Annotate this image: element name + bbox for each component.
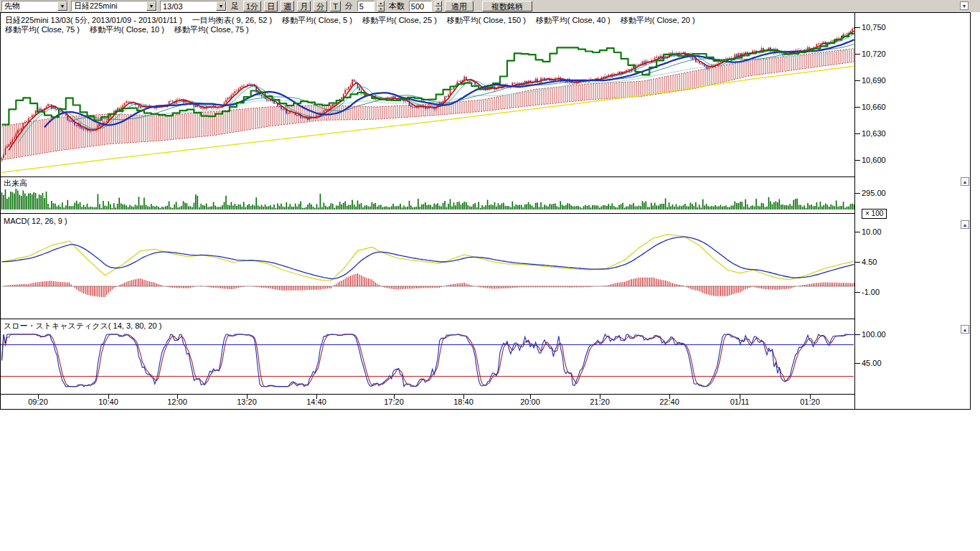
pane-scroll-up-button[interactable]: ▲ <box>961 220 969 229</box>
time-axis-label: 21:20 <box>590 397 610 406</box>
spin-up-icon[interactable]: ▴ <box>435 1 442 6</box>
indicator-label-ma20: 移動平均( Close, 20 ) <box>621 15 695 26</box>
indicator-label-ma25: 移動平均( Close, 25 ) <box>362 15 437 26</box>
ichimoku-cloud <box>2 49 854 160</box>
time-axis-label: 12:00 <box>167 397 187 406</box>
stoch-panel-title: スロー・ストキャスティクス( 14, 3, 80, 20 ) <box>4 321 161 331</box>
time-axis-label: 17:20 <box>384 397 404 406</box>
macd-panel[interactable] <box>1 235 854 298</box>
indicator-label-ma10: 移動平均( Close, 10 ) <box>90 24 164 35</box>
ashi-label: 足 <box>231 1 239 11</box>
toolbar: 先物 ▼ 日経225mini ▼ 13/03 ▼ 足 1分 日 週 月 分 T … <box>0 0 980 12</box>
dropdown-arrow-icon[interactable]: ▼ <box>57 1 67 11</box>
time-axis-label: 18:40 <box>453 397 473 406</box>
chart-canvas[interactable] <box>1 13 862 409</box>
time-axis-label: 01/11 <box>730 397 750 406</box>
price-panel[interactable] <box>1 27 855 172</box>
minute-unit-label: 分 <box>345 1 353 11</box>
price-axis-label: 10,750 <box>862 23 886 32</box>
indicator-label-ma75b: 移動平均( Close, 75 ) <box>174 24 249 35</box>
scroll-down-button[interactable]: ▼ <box>960 1 969 10</box>
indicator-label-ma5: 移動平均( Close, 5 ) <box>282 15 352 26</box>
price-axis-label: 10,600 <box>862 156 886 164</box>
pane-scroll-up-button[interactable]: ▲ <box>961 177 969 186</box>
spin-down-icon[interactable]: ▾ <box>377 6 385 12</box>
stoch-axis-label: 100.00 <box>862 330 886 339</box>
indicator-label-ma75: 移動平均( Close, 75 ) <box>5 24 80 35</box>
stochastics-panel[interactable] <box>1 334 854 387</box>
period-button-day[interactable]: 日 <box>264 1 278 11</box>
spin-up-icon[interactable]: ▴ <box>377 1 385 6</box>
macd-panel-title: MACD( 12, 26, 9 ) <box>4 217 67 225</box>
indicator-label-ma40: 移動平均( Close, 40 ) <box>536 15 611 26</box>
contract-select-value: 13/03 <box>161 2 185 11</box>
pane-scroll-up-button[interactable]: ▲ <box>961 325 969 334</box>
indicator-label-ma150: 移動平均( Close, 150 ) <box>447 15 526 26</box>
time-axis-label: 14:40 <box>306 397 326 406</box>
multi-symbol-button[interactable]: 複数銘柄 <box>482 1 532 11</box>
market-select[interactable]: 先物 ▼ <box>1 1 68 11</box>
volume-panel[interactable] <box>1 189 855 209</box>
time-axis-label: 20:00 <box>520 397 540 406</box>
macd-axis-label: -1.00 <box>862 288 880 296</box>
contract-select[interactable]: 13/03 ▼ <box>160 1 227 11</box>
price-axis-label: 10,630 <box>862 129 886 138</box>
chart-area: 日経225mini 13/03( 5分, 2013/01/09 - 2013/0… <box>0 12 971 410</box>
period-button-tick[interactable]: T <box>330 1 341 11</box>
macd-axis-label: 10.00 <box>862 227 882 236</box>
minute-input[interactable] <box>357 1 374 11</box>
period-button-1min[interactable]: 1分 <box>243 1 261 11</box>
symbol-select-value: 日経225mini <box>72 1 120 11</box>
period-button-week[interactable]: 週 <box>281 1 294 11</box>
time-axis-label: 10:40 <box>98 397 118 406</box>
time-axis-label: 13:20 <box>237 397 257 406</box>
minute-spinner[interactable]: ▴▾ <box>377 1 385 11</box>
bars-input[interactable] <box>409 1 432 11</box>
chart-header-line2: 移動平均( Close, 75 ) 移動平均( Close, 10 ) 移動平均… <box>5 24 249 35</box>
time-axis-label: 01:20 <box>800 397 820 406</box>
market-select-value: 先物 <box>2 1 22 11</box>
bars-label: 本数 <box>389 1 405 11</box>
stoch-axis-label: 45.00 <box>862 359 882 367</box>
time-axis-label: 09:20 <box>28 397 48 406</box>
dropdown-arrow-icon[interactable]: ▼ <box>216 1 226 11</box>
volume-panel-title: 出来高 <box>4 178 27 189</box>
time-axis-label: 22:40 <box>659 397 679 406</box>
volume-multiplier-badge: × 100 <box>862 209 887 219</box>
price-axis-label: 10,690 <box>862 76 886 85</box>
dropdown-arrow-icon[interactable]: ▼ <box>146 1 156 11</box>
symbol-select[interactable]: 日経225mini ▼ <box>71 1 157 11</box>
bars-spinner[interactable]: ▴▾ <box>435 1 442 11</box>
apply-button[interactable]: 適用 <box>445 1 473 11</box>
price-axis-label: 10,720 <box>862 50 886 58</box>
period-button-month[interactable]: 月 <box>297 1 311 11</box>
volume-axis-label: 295.00 <box>862 189 886 197</box>
macd-axis-label: 4.50 <box>862 258 877 266</box>
price-axis-label: 10,660 <box>862 103 886 111</box>
spin-down-icon[interactable]: ▾ <box>435 6 442 12</box>
period-button-minute[interactable]: 分 <box>314 1 327 11</box>
